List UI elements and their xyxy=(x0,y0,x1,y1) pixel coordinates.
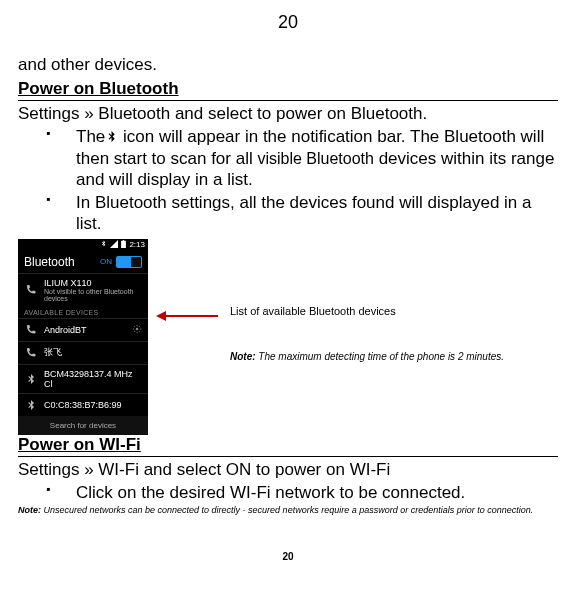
signal-icon xyxy=(110,240,118,250)
svg-rect-0 xyxy=(122,240,127,247)
clock-text: 2:13 xyxy=(129,240,145,249)
device-row-1[interactable]: AndroidBT xyxy=(18,318,148,341)
bluetooth-bullet-2: In Bluetooth settings, all the devices f… xyxy=(18,192,558,235)
page: 20 and other devices. Power on Bluetooth… xyxy=(0,0,576,576)
available-label: AVAILABLE DEVICES xyxy=(18,306,148,318)
screenshot-row: 2:13 Bluetooth ON ILIUM X110 Not visible… xyxy=(18,239,558,435)
note-body: Unsecured networks can be connected to d… xyxy=(41,505,533,515)
arrow-line-icon xyxy=(166,315,218,317)
svg-point-2 xyxy=(136,327,139,330)
toggle-label: ON xyxy=(100,257,112,266)
bluetooth-status-icon xyxy=(100,240,107,249)
page-number-top: 20 xyxy=(18,12,558,33)
bluetooth-header-label: Bluetooth xyxy=(24,255,75,269)
bullet-text-small: visible Bluetooth xyxy=(257,150,374,167)
device-text: ILIUM X110 Not visible to other Bluetoot… xyxy=(44,278,142,302)
device-sublabel: Not visible to other Bluetooth devices xyxy=(44,288,142,302)
bluetooth-device-icon xyxy=(24,398,38,412)
device-name: 张飞 xyxy=(44,346,62,359)
wifi-bullet-1: Click on the desired WI-Fi network to be… xyxy=(18,482,558,503)
phone-screenshot: 2:13 Bluetooth ON ILIUM X110 Not visible… xyxy=(18,239,148,435)
bluetooth-toggle[interactable]: ON xyxy=(100,256,142,268)
arrow-head-icon xyxy=(156,311,166,321)
arrow-annotation xyxy=(156,311,218,321)
bluetooth-icon xyxy=(105,127,118,146)
phone-icon xyxy=(24,323,38,337)
phone-icon xyxy=(24,346,38,360)
phone-icon xyxy=(24,283,38,297)
bluetooth-device-icon xyxy=(24,372,38,386)
annotation-caption: List of available Bluetooth devices xyxy=(230,305,396,317)
wifi-path: Settings » WI-Fi and select ON to power … xyxy=(18,459,558,480)
bluetooth-path: Settings » Bluetooth and select to power… xyxy=(18,103,558,124)
note-body: The maximum detecting time of the phone … xyxy=(256,351,504,362)
search-button[interactable]: Search for devices xyxy=(18,416,148,435)
note-label: Note: xyxy=(18,505,41,515)
bullet-text: The xyxy=(76,127,105,146)
intro-line: and other devices. xyxy=(18,55,558,75)
bluetooth-bullet-list: The icon will appear in the notification… xyxy=(18,126,558,234)
wifi-bullet-list: Click on the desired WI-Fi network to be… xyxy=(18,482,558,503)
gear-icon[interactable] xyxy=(132,324,142,336)
page-number-bottom: 20 xyxy=(18,551,558,562)
device-name: BCM43298137.4 MHz Cl xyxy=(44,369,142,389)
wifi-footnote: Note: Unsecured networks can be connecte… xyxy=(18,505,558,515)
switch-icon xyxy=(116,256,142,268)
annotation-note: Note: The maximum detecting time of the … xyxy=(230,351,504,363)
device-name: AndroidBT xyxy=(44,325,87,335)
battery-icon xyxy=(121,240,126,250)
section-title-bluetooth: Power on Bluetooth xyxy=(18,79,558,101)
status-bar: 2:13 xyxy=(18,239,148,251)
section-title-wifi: Power on WI-Fi xyxy=(18,435,558,457)
bluetooth-header-row: Bluetooth ON xyxy=(18,251,148,273)
device-self-row[interactable]: ILIUM X110 Not visible to other Bluetoot… xyxy=(18,273,148,306)
device-name: C0:C8:38:B7:B6:99 xyxy=(44,400,122,410)
bluetooth-bullet-1: The icon will appear in the notification… xyxy=(18,126,558,190)
device-name: ILIUM X110 xyxy=(44,278,142,288)
note-label: Note: xyxy=(230,351,256,362)
device-row-4[interactable]: C0:C8:38:B7:B6:99 xyxy=(18,393,148,416)
svg-rect-1 xyxy=(123,240,125,241)
device-row-2[interactable]: 张飞 xyxy=(18,341,148,364)
device-row-3[interactable]: BCM43298137.4 MHz Cl xyxy=(18,364,148,393)
